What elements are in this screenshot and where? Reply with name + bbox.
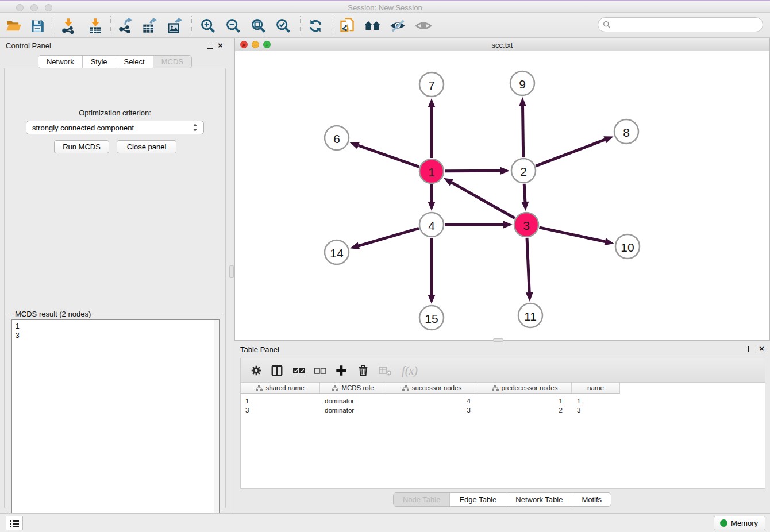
table-row[interactable]: 3 dominator 3 2 3 (241, 406, 765, 415)
graph-node-9[interactable]: 9 (510, 71, 534, 95)
network-canvas[interactable]: 7968124314101511 (235, 51, 769, 340)
graph-node-7[interactable]: 7 (419, 72, 444, 97)
graph-edge-3-11[interactable] (527, 238, 529, 292)
unselect-all-icon[interactable] (311, 362, 329, 379)
close-panel-button[interactable]: Close panel (117, 140, 176, 153)
svg-text:11: 11 (524, 310, 537, 323)
table-panel-title: Table Panel (240, 345, 279, 354)
result-scrollbar[interactable] (214, 320, 219, 530)
graph-edge-arrow (428, 295, 436, 304)
graph-node-14[interactable]: 14 (325, 240, 349, 264)
run-mcds-button[interactable]: Run MCDS (54, 140, 109, 153)
column-visibility-icon[interactable] (268, 362, 286, 379)
control-panel-tabs: Network Style Select MCDS (0, 55, 230, 68)
mcds-panel: Optimization criterion: strongly connect… (4, 68, 226, 508)
graph-edge-arrow (350, 242, 360, 249)
hide-selected-icon[interactable] (388, 17, 407, 35)
graph-node-10[interactable]: 10 (615, 234, 640, 259)
column-header-shared-name[interactable]: shared name (241, 383, 320, 393)
network-window-title: scc.txt (235, 41, 769, 49)
export-table-icon[interactable] (141, 17, 159, 35)
graph-edge-4-14[interactable] (359, 228, 419, 245)
cell-shared-name: 3 (245, 407, 249, 414)
import-network-icon[interactable] (59, 17, 78, 35)
tab-select[interactable]: Select (116, 56, 153, 68)
graph-edge-3-1[interactable] (452, 183, 515, 218)
graph-edge-1-6[interactable] (359, 145, 419, 167)
zoom-out-icon[interactable] (224, 17, 242, 35)
search-input[interactable] (613, 21, 763, 29)
table-settings-icon[interactable] (248, 362, 265, 379)
memory-button[interactable]: Memory (714, 516, 765, 530)
svg-text:3: 3 (523, 219, 530, 232)
cell-shared-name: 1 (245, 398, 249, 404)
zoom-selected-icon[interactable] (274, 17, 292, 35)
graph-edge-2-9[interactable] (523, 106, 523, 157)
refresh-layout-icon[interactable] (306, 17, 325, 35)
column-header-predecessor-nodes[interactable]: predecessor nodes (478, 383, 572, 393)
graph-node-11[interactable]: 11 (518, 303, 542, 327)
zoom-fit-icon[interactable] (249, 17, 268, 35)
add-column-icon[interactable] (333, 362, 350, 379)
optimization-criterion-select[interactable]: strongly connected component (26, 121, 204, 134)
column-header-successor-nodes[interactable]: successor nodes (386, 383, 478, 393)
function-builder-icon[interactable]: f(x) (397, 362, 422, 379)
graph-node-3[interactable]: 3 (514, 213, 538, 237)
tab-edge-table[interactable]: Edge Table (450, 493, 506, 506)
svg-text:10: 10 (621, 241, 634, 254)
cell-successor-nodes: 3 (413, 407, 471, 414)
zoom-in-icon[interactable] (199, 17, 217, 35)
control-panel-close-icon[interactable]: × (218, 40, 223, 51)
delete-column-icon[interactable] (355, 362, 372, 379)
graph-node-15[interactable]: 15 (419, 306, 444, 330)
table-row[interactable]: 1 dominator 4 1 1 (241, 396, 765, 406)
graph-edge-3-10[interactable] (539, 228, 605, 242)
task-history-button[interactable] (6, 516, 23, 530)
column-header-name[interactable]: name (572, 383, 620, 393)
graph-node-2[interactable]: 2 (511, 159, 536, 183)
vertical-splitter-grip[interactable] (229, 265, 234, 278)
node-table[interactable]: shared name MCDS role successor nodes pr… (240, 382, 765, 489)
column-label: name (587, 384, 604, 391)
graph-node-1[interactable]: 1 (419, 159, 444, 183)
cell-mcds-role: dominator (325, 398, 354, 404)
tab-network[interactable]: Network (38, 56, 83, 68)
first-neighbors-icon[interactable] (363, 17, 382, 35)
graph-node-6[interactable]: 6 (325, 126, 349, 150)
tab-node-table[interactable]: Node Table (394, 493, 451, 506)
network-window-titlebar[interactable]: × − + scc.txt (235, 38, 769, 51)
column-header-mcds-role[interactable]: MCDS role (320, 383, 386, 393)
graph-edge-2-8[interactable] (536, 140, 605, 166)
graph-node-4[interactable]: 4 (419, 213, 444, 237)
mcds-result-text[interactable]: 1 3 (11, 319, 220, 531)
control-panel: Control Panel × Network Style Select MCD… (0, 38, 230, 513)
cell-mcds-role: dominator (325, 407, 354, 414)
open-session-icon[interactable] (5, 17, 23, 35)
network-graph[interactable]: 7968124314101511 (235, 51, 769, 340)
tab-network-table[interactable]: Network Table (506, 493, 572, 506)
graph-edge-2-3[interactable] (524, 184, 525, 202)
tab-style[interactable]: Style (83, 56, 116, 68)
control-panel-header: Control Panel × (0, 38, 230, 54)
tab-mcds[interactable]: MCDS (153, 56, 191, 68)
delete-table-icon[interactable] (376, 362, 394, 379)
show-all-icon[interactable] (414, 17, 433, 35)
graph-edge-arrow (503, 221, 513, 229)
export-image-icon[interactable] (166, 17, 184, 35)
graph-edge-1-2[interactable] (445, 171, 500, 171)
import-table-icon[interactable] (86, 17, 105, 35)
svg-text:7: 7 (428, 79, 435, 92)
control-panel-float-icon[interactable] (207, 43, 213, 49)
table-panel-close-icon[interactable]: × (759, 344, 764, 354)
clone-network-icon[interactable] (338, 17, 356, 35)
graph-node-8[interactable]: 8 (614, 119, 638, 144)
export-network-icon[interactable] (116, 17, 134, 35)
table-panel-float-icon[interactable] (748, 346, 754, 352)
select-all-icon[interactable] (290, 362, 307, 379)
control-panel-title: Control Panel (6, 41, 51, 50)
column-label: MCDS role (341, 384, 374, 391)
save-session-icon[interactable] (28, 17, 47, 35)
search-field[interactable] (598, 17, 763, 32)
tab-motifs[interactable]: Motifs (572, 493, 611, 506)
cell-name: 1 (577, 398, 580, 404)
